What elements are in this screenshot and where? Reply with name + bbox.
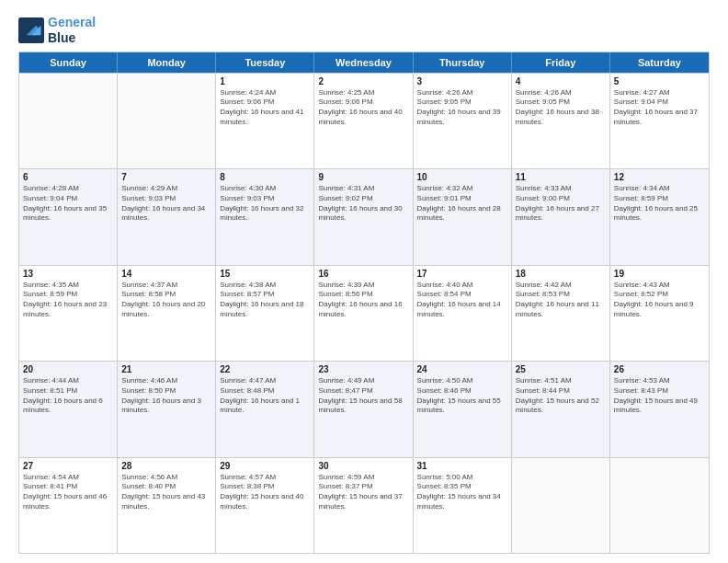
calendar-row: 20Sunrise: 4:44 AM Sunset: 8:51 PM Dayli… <box>19 361 709 456</box>
day-info: Sunrise: 4:56 AM Sunset: 8:40 PM Dayligh… <box>121 473 211 512</box>
calendar-cell: 24Sunrise: 4:50 AM Sunset: 8:46 PM Dayli… <box>414 362 512 456</box>
day-number: 2 <box>318 76 408 86</box>
calendar-cell: 12Sunrise: 4:34 AM Sunset: 8:59 PM Dayli… <box>610 169 709 264</box>
calendar-row: 27Sunrise: 4:54 AM Sunset: 8:41 PM Dayli… <box>19 457 709 553</box>
calendar-cell <box>19 74 118 168</box>
day-number: 21 <box>121 364 211 374</box>
day-info: Sunrise: 4:50 AM Sunset: 8:46 PM Dayligh… <box>417 376 507 416</box>
calendar-cell: 8Sunrise: 4:30 AM Sunset: 9:03 PM Daylig… <box>216 169 314 264</box>
calendar-cell <box>118 74 216 168</box>
calendar-cell: 3Sunrise: 4:26 AM Sunset: 9:05 PM Daylig… <box>414 74 512 168</box>
day-number: 25 <box>516 364 606 374</box>
day-info: Sunrise: 4:40 AM Sunset: 8:54 PM Dayligh… <box>417 281 507 320</box>
day-info: Sunrise: 4:26 AM Sunset: 9:05 PM Dayligh… <box>417 88 507 128</box>
day-number: 1 <box>220 76 310 86</box>
calendar-cell: 14Sunrise: 4:37 AM Sunset: 8:58 PM Dayli… <box>118 266 216 361</box>
day-number: 30 <box>318 461 408 471</box>
day-number: 22 <box>220 364 310 374</box>
day-number: 3 <box>417 76 507 86</box>
calendar-cell: 22Sunrise: 4:47 AM Sunset: 8:48 PM Dayli… <box>216 362 314 456</box>
day-info: Sunrise: 4:57 AM Sunset: 8:38 PM Dayligh… <box>220 473 310 512</box>
day-info: Sunrise: 4:24 AM Sunset: 9:06 PM Dayligh… <box>220 88 310 128</box>
day-number: 24 <box>417 364 507 374</box>
day-info: Sunrise: 4:46 AM Sunset: 8:50 PM Dayligh… <box>121 376 211 416</box>
calendar: SundayMondayTuesdayWednesdayThursdayFrid… <box>18 52 710 554</box>
calendar-cell: 18Sunrise: 4:42 AM Sunset: 8:53 PM Dayli… <box>512 266 610 361</box>
calendar-cell: 10Sunrise: 4:32 AM Sunset: 9:01 PM Dayli… <box>414 169 512 264</box>
day-info: Sunrise: 4:44 AM Sunset: 8:51 PM Dayligh… <box>23 376 113 416</box>
day-info: Sunrise: 4:33 AM Sunset: 9:00 PM Dayligh… <box>516 184 606 224</box>
day-number: 4 <box>516 76 606 86</box>
calendar-cell: 25Sunrise: 4:51 AM Sunset: 8:44 PM Dayli… <box>512 362 610 456</box>
calendar-row: 13Sunrise: 4:35 AM Sunset: 8:59 PM Dayli… <box>19 265 709 361</box>
calendar-cell: 28Sunrise: 4:56 AM Sunset: 8:40 PM Dayli… <box>118 458 216 553</box>
logo-text-line2: Blue <box>48 30 96 46</box>
logo-text-line1: General <box>48 15 96 30</box>
weekday-header-wednesday: Wednesday <box>314 52 413 73</box>
calendar-cell: 19Sunrise: 4:43 AM Sunset: 8:52 PM Dayli… <box>610 266 709 361</box>
day-number: 19 <box>614 269 705 279</box>
day-number: 26 <box>614 364 705 374</box>
day-number: 5 <box>614 76 705 86</box>
weekday-header-monday: Monday <box>118 52 216 73</box>
day-info: Sunrise: 4:28 AM Sunset: 9:04 PM Dayligh… <box>23 184 113 224</box>
calendar-cell: 13Sunrise: 4:35 AM Sunset: 8:59 PM Dayli… <box>19 266 118 361</box>
day-number: 28 <box>121 461 211 471</box>
day-info: Sunrise: 4:42 AM Sunset: 8:53 PM Dayligh… <box>516 281 606 320</box>
calendar-body: 1Sunrise: 4:24 AM Sunset: 9:06 PM Daylig… <box>19 73 709 553</box>
day-number: 14 <box>121 269 211 279</box>
calendar-cell <box>512 458 610 553</box>
calendar-cell <box>610 458 709 553</box>
day-number: 10 <box>417 172 507 182</box>
day-number: 6 <box>23 172 113 182</box>
day-number: 15 <box>220 269 310 279</box>
calendar-cell: 29Sunrise: 4:57 AM Sunset: 8:38 PM Dayli… <box>216 458 314 553</box>
day-info: Sunrise: 4:26 AM Sunset: 9:05 PM Dayligh… <box>516 88 606 128</box>
day-info: Sunrise: 4:34 AM Sunset: 8:59 PM Dayligh… <box>614 184 705 224</box>
calendar-row: 1Sunrise: 4:24 AM Sunset: 9:06 PM Daylig… <box>19 73 709 168</box>
calendar-cell: 16Sunrise: 4:39 AM Sunset: 8:56 PM Dayli… <box>314 266 413 361</box>
day-info: Sunrise: 4:39 AM Sunset: 8:56 PM Dayligh… <box>318 281 408 320</box>
calendar-cell: 9Sunrise: 4:31 AM Sunset: 9:02 PM Daylig… <box>314 169 413 264</box>
day-info: Sunrise: 5:00 AM Sunset: 8:35 PM Dayligh… <box>417 473 507 512</box>
day-number: 27 <box>23 461 113 471</box>
logo-icon <box>18 17 44 43</box>
day-number: 7 <box>121 172 211 182</box>
weekday-header-thursday: Thursday <box>414 52 512 73</box>
day-info: Sunrise: 4:43 AM Sunset: 8:52 PM Dayligh… <box>614 281 705 320</box>
day-info: Sunrise: 4:32 AM Sunset: 9:01 PM Dayligh… <box>417 184 507 224</box>
calendar-cell: 15Sunrise: 4:38 AM Sunset: 8:57 PM Dayli… <box>216 266 314 361</box>
day-info: Sunrise: 4:49 AM Sunset: 8:47 PM Dayligh… <box>318 376 408 416</box>
calendar-cell: 27Sunrise: 4:54 AM Sunset: 8:41 PM Dayli… <box>19 458 118 553</box>
day-number: 18 <box>516 269 606 279</box>
day-info: Sunrise: 4:31 AM Sunset: 9:02 PM Dayligh… <box>318 184 408 224</box>
day-info: Sunrise: 4:29 AM Sunset: 9:03 PM Dayligh… <box>121 184 211 224</box>
calendar-cell: 31Sunrise: 5:00 AM Sunset: 8:35 PM Dayli… <box>414 458 512 553</box>
day-number: 23 <box>318 364 408 374</box>
day-number: 9 <box>318 172 408 182</box>
day-info: Sunrise: 4:37 AM Sunset: 8:58 PM Dayligh… <box>121 281 211 320</box>
calendar-cell: 23Sunrise: 4:49 AM Sunset: 8:47 PM Dayli… <box>314 362 413 456</box>
day-number: 12 <box>614 172 705 182</box>
day-number: 16 <box>318 269 408 279</box>
day-info: Sunrise: 4:25 AM Sunset: 9:06 PM Dayligh… <box>318 88 408 128</box>
calendar-cell: 7Sunrise: 4:29 AM Sunset: 9:03 PM Daylig… <box>118 169 216 264</box>
calendar-cell: 26Sunrise: 4:53 AM Sunset: 8:43 PM Dayli… <box>610 362 709 456</box>
calendar-header: SundayMondayTuesdayWednesdayThursdayFrid… <box>19 52 709 73</box>
day-info: Sunrise: 4:38 AM Sunset: 8:57 PM Dayligh… <box>220 281 310 320</box>
weekday-header-friday: Friday <box>512 52 610 73</box>
day-info: Sunrise: 4:51 AM Sunset: 8:44 PM Dayligh… <box>516 376 606 416</box>
day-number: 29 <box>220 461 310 471</box>
calendar-cell: 30Sunrise: 4:59 AM Sunset: 8:37 PM Dayli… <box>314 458 413 553</box>
day-number: 13 <box>23 269 113 279</box>
day-info: Sunrise: 4:35 AM Sunset: 8:59 PM Dayligh… <box>23 281 113 320</box>
day-info: Sunrise: 4:47 AM Sunset: 8:48 PM Dayligh… <box>220 376 310 416</box>
calendar-cell: 6Sunrise: 4:28 AM Sunset: 9:04 PM Daylig… <box>19 169 118 264</box>
day-info: Sunrise: 4:30 AM Sunset: 9:03 PM Dayligh… <box>220 184 310 224</box>
weekday-header-saturday: Saturday <box>610 52 709 73</box>
day-number: 20 <box>23 364 113 374</box>
day-number: 8 <box>220 172 310 182</box>
calendar-cell: 21Sunrise: 4:46 AM Sunset: 8:50 PM Dayli… <box>118 362 216 456</box>
weekday-header-tuesday: Tuesday <box>216 52 314 73</box>
day-info: Sunrise: 4:53 AM Sunset: 8:43 PM Dayligh… <box>614 376 705 416</box>
